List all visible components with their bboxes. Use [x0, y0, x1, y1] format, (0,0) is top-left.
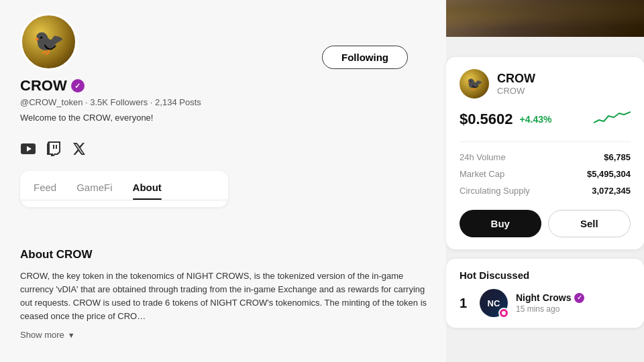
volume-value: $6,785 — [604, 152, 631, 162]
price-row: $0.5602 +4.43% — [460, 108, 631, 131]
left-panel: 🐦‍⬛ Following CROW ✓ @CROW_token · 3.5K … — [0, 0, 446, 362]
profile-info: CROW ✓ @CROW_token · 3.5K Followers · 2,… — [20, 77, 201, 123]
card-name-block: CROW CROW — [497, 72, 535, 96]
stats-divider — [460, 141, 631, 142]
volume-row: 24h Volume $6,785 — [460, 149, 631, 166]
hot-name-text-1: Night Crows — [516, 292, 571, 303]
youtube-icon[interactable] — [20, 141, 36, 157]
tabs-row: Feed GameFi About — [20, 171, 228, 200]
hot-avatar-1: NC — [480, 289, 508, 317]
show-more-button[interactable]: Show more ▼ — [20, 330, 429, 340]
sell-button[interactable]: Sell — [548, 210, 631, 237]
social-icons-row — [20, 141, 87, 157]
card-token-ticker: CROW — [497, 86, 535, 96]
profile-posts: 2,134 Posts — [155, 97, 201, 107]
profile-bio: Welcome to the CROW, everyone! — [20, 113, 201, 123]
tabs-divider — [20, 200, 228, 200]
hot-name-1: Night Crows ✓ — [516, 292, 584, 303]
profile-name-text: CROW — [20, 77, 67, 95]
price-chart — [594, 108, 631, 131]
supply-label: Circulating Supply — [460, 186, 530, 196]
price-card-header: 🐦‍⬛ CROW CROW — [460, 69, 631, 99]
price-card: 🐦‍⬛ CROW CROW $0.5602 +4.43% 24h Volume … — [446, 57, 644, 249]
following-button[interactable]: Following — [322, 46, 408, 69]
supply-row: Circulating Supply 3,072,345 — [460, 182, 631, 199]
price-change: +4.43% — [520, 114, 552, 125]
hot-item-1[interactable]: 1 NC Night Crows ✓ 15 mins ago — [460, 289, 631, 317]
supply-value: 3,072,345 — [592, 186, 631, 196]
hot-info-1: Night Crows ✓ 15 mins ago — [516, 292, 584, 314]
profile-avatar: 🐦‍⬛ — [20, 13, 77, 70]
tab-gamefi[interactable]: GameFi — [76, 182, 112, 200]
hot-discussed-title: Hot Discussed — [460, 269, 631, 281]
twitch-icon[interactable] — [46, 141, 62, 157]
x-twitter-icon[interactable] — [71, 141, 87, 157]
about-section: About CROW CROW, the key token in the to… — [20, 248, 429, 340]
show-more-label: Show more — [20, 330, 64, 340]
tabs-container: Feed GameFi About — [20, 171, 228, 207]
verified-badge: ✓ — [71, 79, 85, 93]
profile-meta: @CROW_token · 3.5K Followers · 2,134 Pos… — [20, 97, 201, 107]
about-title: About CROW — [20, 248, 429, 261]
profile-followers: 3.5K Followers — [90, 97, 148, 107]
volume-label: 24h Volume — [460, 152, 506, 162]
tab-about[interactable]: About — [133, 182, 162, 200]
hot-verified-badge-1: ✓ — [574, 293, 584, 303]
hot-discussed-card: Hot Discussed 1 NC Night Crows ✓ 15 mins… — [446, 259, 644, 328]
stats-table: 24h Volume $6,785 Market Cap $5,495,304 … — [460, 149, 631, 199]
action-buttons: Buy Sell — [460, 210, 631, 237]
market-cap-row: Market Cap $5,495,304 — [460, 166, 631, 182]
profile-name-row: CROW ✓ — [20, 77, 201, 95]
chevron-down-icon: ▼ — [68, 331, 75, 339]
card-token-avatar: 🐦‍⬛ — [460, 69, 489, 99]
avatar-bird-icon: 🐦‍⬛ — [33, 27, 64, 57]
hot-avatar-initials: NC — [488, 298, 500, 308]
meta-separator2: · — [150, 97, 155, 107]
card-token-name: CROW — [497, 72, 535, 86]
svg-point-2 — [502, 311, 506, 315]
about-text: CROW, the key token in the tokenomics of… — [20, 269, 429, 323]
tab-feed[interactable]: Feed — [34, 182, 56, 200]
hot-live-badge — [498, 308, 509, 318]
right-panel: 🐦‍⬛ CROW CROW $0.5602 +4.43% 24h Volume … — [446, 57, 644, 362]
profile-handle: @CROW_token — [20, 97, 83, 107]
price-value: $0.5602 — [460, 111, 513, 128]
market-cap-label: Market Cap — [460, 169, 504, 179]
hot-time-1: 15 mins ago — [516, 304, 584, 314]
buy-button[interactable]: Buy — [460, 210, 541, 237]
hot-rank-1: 1 — [460, 296, 472, 311]
market-cap-value: $5,495,304 — [587, 169, 631, 179]
